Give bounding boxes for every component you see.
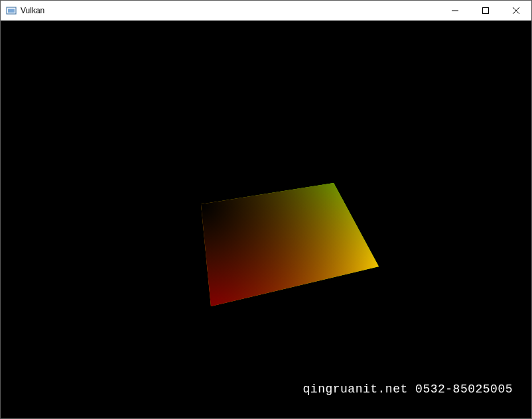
close-icon: [513, 7, 519, 14]
minimize-button[interactable]: [440, 1, 470, 20]
maximize-icon: [482, 7, 489, 14]
render-viewport: qingruanit.net 0532-85025005: [1, 21, 531, 418]
app-icon: [6, 5, 17, 16]
watermark-text: qingruanit.net 0532-85025005: [303, 383, 513, 396]
titlebar-left: Vulkan: [1, 5, 44, 16]
maximize-button[interactable]: [470, 1, 501, 20]
window-title: Vulkan: [21, 6, 44, 15]
minimize-icon: [452, 7, 458, 14]
svg-rect-1: [8, 9, 15, 13]
svg-marker-10: [201, 183, 379, 306]
close-button[interactable]: [501, 1, 531, 20]
window-controls: [440, 1, 531, 20]
app-window: Vulkan: [0, 0, 532, 419]
titlebar[interactable]: Vulkan: [1, 1, 531, 21]
svg-rect-3: [483, 7, 489, 13]
rendered-quad: [180, 183, 392, 318]
